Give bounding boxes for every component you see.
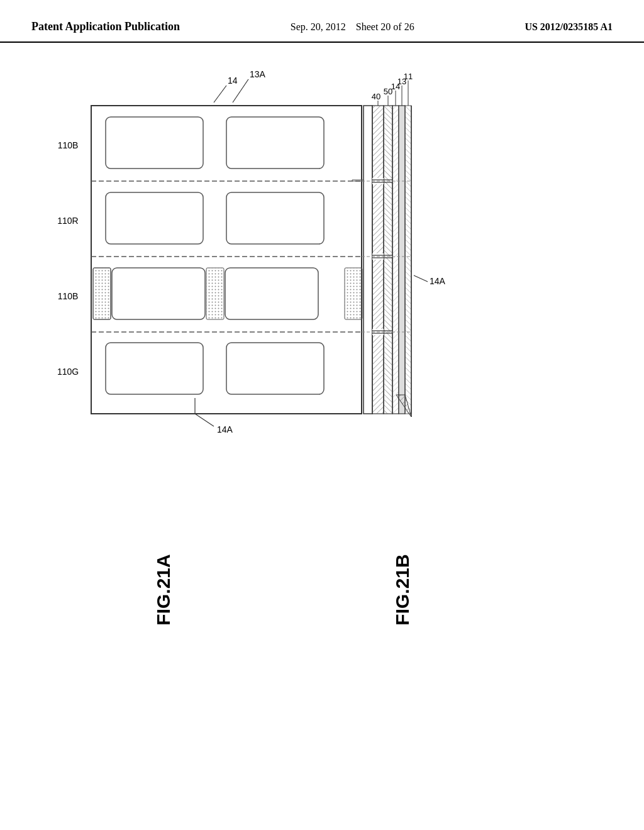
svg-rect-6 (106, 192, 203, 244)
svg-line-46 (414, 275, 428, 282)
row-label-110b-top: 110B (58, 140, 79, 150)
annotation-14a-bottom: 14A (217, 424, 233, 434)
page-header: Patent Application Publication Sep. 20, … (0, 0, 644, 43)
content-area: 110B 110R 110B 110G 14 13A 14A (0, 43, 644, 816)
fig21b-label: FIG.21B (392, 554, 413, 625)
fig21a-label: FIG.21A (153, 554, 174, 625)
row-label-110g: 110G (57, 367, 79, 377)
svg-rect-13 (112, 268, 205, 319)
svg-rect-29 (392, 106, 399, 414)
svg-rect-31 (405, 106, 411, 414)
svg-rect-30 (399, 106, 405, 414)
svg-rect-7 (226, 192, 324, 244)
layer-label-11: 11 (404, 72, 413, 81)
publication-title: Patent Application Publication (31, 19, 180, 35)
sheet-number: Sheet 20 of 26 (356, 21, 414, 32)
patent-diagram: 110B 110R 110B 110G 14 13A 14A (0, 43, 644, 810)
svg-rect-21 (364, 106, 372, 414)
annotation-13a: 13A (250, 69, 266, 79)
svg-line-20 (195, 414, 214, 426)
row-label-110b-bot: 110B (58, 291, 79, 301)
svg-rect-10 (93, 268, 111, 319)
svg-rect-14 (225, 268, 318, 319)
patent-number: US 2012/0235185 A1 (525, 19, 613, 35)
header-date-sheet: Sep. 20, 2012 Sheet 20 of 26 (291, 19, 414, 35)
svg-rect-4 (106, 117, 203, 169)
svg-rect-16 (226, 343, 324, 394)
svg-rect-12 (345, 268, 362, 319)
publication-date: Sep. 20, 2012 (291, 21, 346, 32)
annotation-14a-right: 14A (430, 276, 446, 286)
svg-rect-11 (206, 268, 224, 319)
svg-rect-15 (106, 343, 203, 394)
svg-rect-5 (226, 117, 324, 169)
row-label-110r: 110R (57, 216, 78, 226)
annotation-14: 14 (228, 75, 238, 86)
layer-label-40: 40 (372, 92, 380, 101)
svg-rect-27 (384, 106, 392, 414)
svg-line-17 (214, 86, 226, 102)
